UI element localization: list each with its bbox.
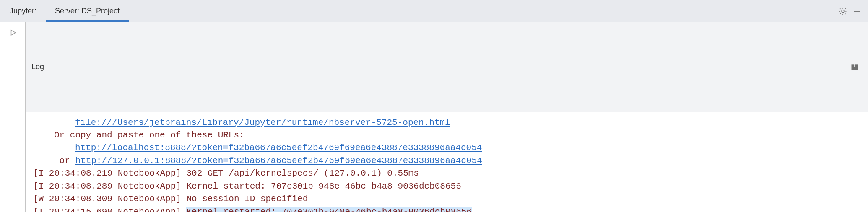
topbar-tabs: Jupyter: Server: DS_Project	[0, 0, 129, 22]
body: Log file:///Users/jetbrains/Library/Jupy…	[0, 22, 868, 212]
product-label[interactable]: Jupyter:	[0, 0, 46, 22]
svg-point-0	[842, 10, 844, 13]
gear-icon[interactable]	[836, 4, 850, 18]
gutter	[0, 22, 26, 212]
file-url-link[interactable]: file:///Users/jetbrains/Library/Jupyter/…	[75, 118, 450, 127]
minimize-icon[interactable]	[850, 4, 864, 18]
ip-url-link[interactable]: http://127.0.0.1:8888/?token=f32ba667a6c…	[75, 156, 482, 165]
log-tab-label[interactable]: Log	[31, 62, 44, 71]
log-output[interactable]: file:///Users/jetbrains/Library/Jupyter/…	[26, 112, 868, 212]
svg-marker-2	[11, 30, 16, 35]
log-line-prefix: [I 20:34:15.698 NotebookApp]	[33, 207, 186, 212]
log-line: [I 20:34:08.289 NotebookApp] Kernel star…	[33, 180, 860, 193]
layout-icon[interactable]	[847, 60, 862, 74]
svg-rect-4	[855, 64, 858, 67]
svg-rect-5	[852, 67, 858, 70]
jupyter-tool-window: Jupyter: Server: DS_Project	[0, 0, 868, 212]
topbar: Jupyter: Server: DS_Project	[0, 0, 868, 22]
main-column: Log file:///Users/jetbrains/Library/Jupy…	[26, 22, 868, 212]
tab-server[interactable]: Server: DS_Project	[46, 0, 129, 22]
log-line-selection: Kernel restarted: 707e301b-948e-46bc-b4a…	[186, 207, 472, 212]
log-text: Or copy and paste one of these URLs:	[54, 130, 244, 140]
localhost-url-link[interactable]: http://localhost:8888/?token=f32ba667a6c…	[75, 143, 482, 153]
subbar: Log	[26, 22, 868, 112]
svg-rect-3	[852, 64, 855, 67]
log-line: [I 20:34:08.219 NotebookApp] 302 GET /ap…	[33, 167, 860, 180]
log-text-or: or	[54, 156, 75, 165]
log-line: [W 20:34:08.309 NotebookApp] No session …	[33, 193, 860, 205]
play-icon[interactable]	[6, 26, 20, 40]
